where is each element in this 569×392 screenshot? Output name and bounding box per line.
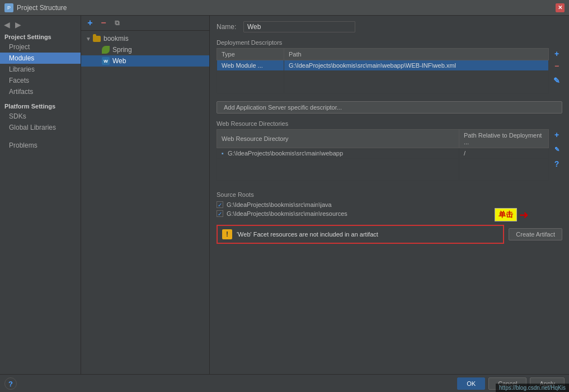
add-server-descriptor-button[interactable]: Add Application Server specific descript… <box>217 101 562 114</box>
cell-type: Web Module ... <box>217 60 284 71</box>
add-resource-dir-button[interactable]: + <box>551 129 562 140</box>
name-label: Name: <box>217 23 239 31</box>
tree-node-spring[interactable]: Spring <box>81 44 209 55</box>
app-icon: P <box>4 3 13 12</box>
click-arrow-icon: ➜ <box>519 208 529 221</box>
deployment-descriptors-label: Deployment Descriptors <box>217 39 562 46</box>
sidebar-nav-icons: ◀ ▶ <box>0 18 81 31</box>
module-tree: ▼ bookmis Spring W Web <box>81 31 209 392</box>
name-row: Name: <box>217 21 562 32</box>
ok-button[interactable]: OK <box>457 377 485 390</box>
detail-panel: Name: Deployment Descriptors Type Path W… <box>210 16 569 392</box>
sidebar-item-sdks[interactable]: SDKs <box>0 111 81 122</box>
tree-node-label: bookmis <box>104 35 129 42</box>
tree-node-label: Spring <box>112 46 132 54</box>
spring-icon <box>101 45 110 54</box>
cell-dir: ▪ G:\IdeaProjects\bookmis\src\main\webap… <box>217 148 459 159</box>
help-button[interactable]: ? <box>4 377 17 390</box>
web-module-icon: W <box>101 56 110 65</box>
sidebar: ◀ ▶ Project Settings Project Modules Lib… <box>0 16 81 392</box>
source-root-label-resources: G:\IdeaProjects\bookmis\src\main\resourc… <box>227 210 347 217</box>
source-root-checkbox-java[interactable] <box>217 201 223 208</box>
deployment-descriptors-table-wrapper: Type Path Web Module ... G:\IdeaProjects… <box>217 48 549 96</box>
click-label: 单击 <box>495 208 517 221</box>
web-resource-dirs-table-wrapper: Web Resource Directory Path Relative to … <box>217 129 549 183</box>
expand-arrow-icon: ▼ <box>86 36 92 42</box>
web-resource-dirs-label: Web Resource Directories <box>217 120 562 127</box>
back-icon[interactable]: ◀ <box>2 20 11 29</box>
deployment-side-buttons: + − ✎ <box>551 48 562 86</box>
web-resource-dirs-section: Web Resource Directory Path Relative to … <box>217 129 562 183</box>
help-resource-dir-button[interactable]: ? <box>551 158 562 169</box>
cell-path: G:\IdeaProjects\bookmis\src\main\webapp\… <box>284 60 549 71</box>
remove-module-button[interactable]: − <box>98 18 109 28</box>
edit-descriptor-button[interactable]: ✎ <box>551 75 562 86</box>
project-settings-header: Project Settings <box>0 31 81 41</box>
tree-toolbar: + − ⧉ <box>81 16 209 31</box>
source-roots-label: Source Roots <box>217 191 562 198</box>
sidebar-item-modules[interactable]: Modules <box>0 53 81 64</box>
table-empty-row <box>217 159 549 181</box>
table-empty-row <box>217 71 549 93</box>
add-descriptor-button[interactable]: + <box>551 48 562 59</box>
title-bar: P Project Structure ✕ <box>0 0 569 16</box>
tree-node-bookmis[interactable]: ▼ bookmis <box>81 33 209 44</box>
sidebar-item-global-libraries[interactable]: Global Libraries <box>0 122 81 133</box>
web-resource-dirs-table: Web Resource Directory Path Relative to … <box>217 129 549 181</box>
remove-descriptor-button[interactable]: − <box>551 60 562 72</box>
add-module-button[interactable]: + <box>84 18 96 28</box>
forward-icon[interactable]: ▶ <box>13 20 22 29</box>
click-annotation: 单击 ➜ <box>495 208 529 221</box>
web-resource-side-buttons: + ✎ ? <box>551 129 562 169</box>
sidebar-item-problems[interactable]: Problems <box>0 140 81 151</box>
table-row[interactable]: ▪ G:\IdeaProjects\bookmis\src\main\webap… <box>217 148 549 159</box>
name-input[interactable] <box>243 21 355 32</box>
title-text: Project Structure <box>17 4 67 12</box>
window-controls: ✕ <box>556 3 565 12</box>
sidebar-item-facets[interactable]: Facets <box>0 75 81 86</box>
bottom-bar: ? OK Cancel Apply <box>0 374 569 392</box>
col-rel-path: Path Relative to Deployment ... <box>459 130 549 148</box>
tree-node-label: Web <box>112 57 126 65</box>
folder-icon <box>92 34 101 43</box>
tree-node-web[interactable]: W Web <box>81 55 209 67</box>
warning-text: 'Web' Facet resources are not included i… <box>237 231 378 238</box>
deployment-descriptors-table: Type Path Web Module ... G:\IdeaProjects… <box>217 48 549 93</box>
edit-resource-dir-button[interactable]: ✎ <box>551 144 562 155</box>
close-button[interactable]: ✕ <box>556 3 565 12</box>
create-artifact-button[interactable]: Create Artifact <box>509 228 562 240</box>
module-tree-panel: + − ⧉ ▼ bookmis Spring <box>81 16 210 392</box>
sidebar-item-project[interactable]: Project <box>0 41 81 53</box>
warning-icon: ! <box>222 229 232 239</box>
col-type: Type <box>217 49 284 60</box>
sidebar-item-artifacts[interactable]: Artifacts <box>0 86 81 97</box>
platform-settings-header: Platform Settings <box>0 101 81 111</box>
source-root-checkbox-resources[interactable] <box>217 210 223 217</box>
col-path: Path <box>284 49 549 60</box>
warning-bar: ! 'Web' Facet resources are not included… <box>217 225 562 244</box>
copy-module-button[interactable]: ⧉ <box>111 18 123 28</box>
cell-rel-path: / <box>459 148 549 159</box>
warning-message-box: ! 'Web' Facet resources are not included… <box>217 225 504 244</box>
source-root-label-java: G:\IdeaProjects\bookmis\src\main\java <box>227 201 332 208</box>
url-hint: https://blog.csdn.net/HqKis <box>496 384 569 392</box>
title-bar-left: P Project Structure <box>4 3 67 12</box>
table-row[interactable]: Web Module ... G:\IdeaProjects\bookmis\s… <box>217 60 549 71</box>
deployment-descriptors-section: Type Path Web Module ... G:\IdeaProjects… <box>217 48 562 96</box>
col-dir: Web Resource Directory <box>217 130 459 148</box>
sidebar-item-libraries[interactable]: Libraries <box>0 64 81 75</box>
